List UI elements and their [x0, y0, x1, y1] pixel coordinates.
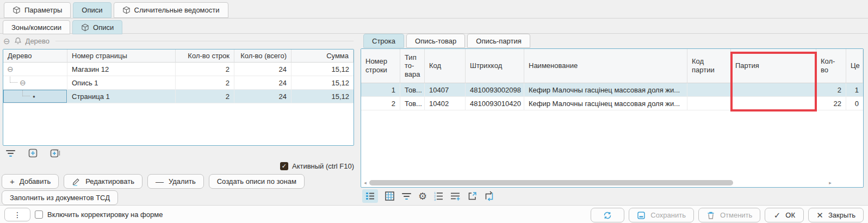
tree-node-cell[interactable]: ⊖ — [3, 76, 67, 90]
total-count-value: 24 — [234, 63, 292, 76]
filter-icon[interactable] — [401, 189, 412, 203]
col-page-number[interactable]: Номер страницы — [67, 49, 176, 63]
table-row[interactable]: 2 Тов... 10402 4810093010420 Кефир Малоч… — [361, 97, 863, 110]
numbered-list-icon[interactable]: 123 — [433, 189, 444, 203]
tab-zones-label: Зоны/комиссии — [11, 23, 61, 32]
line-number: 2 — [361, 97, 400, 110]
col-rows-count[interactable]: Кол-во строк — [176, 49, 234, 63]
tree-node-cell[interactable]: ⊖ — [3, 63, 67, 76]
batch — [731, 97, 816, 110]
settings-gear-icon[interactable]: ⚙ — [418, 190, 427, 203]
tab-inventory-goods-label: Опись-товар — [415, 37, 456, 45]
total-count-value: 24 — [234, 76, 292, 90]
list-view-icon[interactable] — [362, 189, 378, 203]
cancel-button[interactable]: Отменить — [698, 208, 760, 222]
total-count-value: 24 — [234, 90, 292, 103]
edit-button[interactable]: Редактировать — [64, 174, 142, 189]
code: 10407 — [425, 83, 466, 97]
minus-icon: — — [156, 177, 164, 185]
collapse-node-icon[interactable]: ⊖ — [7, 65, 14, 73]
correction-checkbox-label: Включить корректировку на форме — [47, 210, 163, 219]
correction-checkbox-row: Включить корректировку на форме — [35, 210, 163, 219]
tabstrip-divider — [0, 18, 868, 18]
scrollbar-thumb[interactable] — [369, 180, 733, 185]
lines-table-header: Номер строки Тип то-вара Код Штрихкод На… — [361, 49, 863, 83]
expand-node-icon[interactable] — [28, 148, 38, 158]
col-code[interactable]: Код — [425, 49, 466, 83]
fill-from-tsd-button[interactable]: Заполнить из документов ТСД — [2, 190, 118, 205]
active-checkbox-label: Активный (ctrl F10) — [292, 162, 354, 170]
scroll-right-icon[interactable]: ▸ — [827, 180, 833, 185]
col-line-number[interactable]: Номер строки — [361, 49, 400, 83]
active-checkbox[interactable]: ✓ — [280, 162, 288, 170]
tree-node-cell-focused[interactable]: ● — [3, 90, 67, 103]
lines-table: Номер строки Тип то-вара Код Штрихкод На… — [361, 48, 864, 188]
collapse-node-icon[interactable]: ⊖ — [20, 79, 26, 86]
price: 1 — [846, 83, 863, 97]
cube-icon — [122, 6, 131, 14]
check-icon: ✓ — [774, 211, 781, 219]
col-name[interactable]: Наименование — [524, 49, 687, 83]
tab-row[interactable]: Строка — [363, 34, 404, 48]
ok-button-label: ОК — [785, 211, 795, 219]
item-name: Кефир Малочны гасцінец массовая доля жи.… — [524, 97, 687, 110]
grid-view-icon[interactable] — [385, 189, 395, 203]
sum-value: 15,12 — [292, 90, 354, 103]
col-barcode[interactable]: Штрихкод — [466, 49, 524, 83]
code: 10402 — [425, 97, 466, 110]
reload-rows-icon[interactable] — [484, 189, 494, 203]
col-batch[interactable]: Партия — [731, 49, 816, 83]
col-batch-code[interactable]: Код партии — [687, 49, 731, 83]
tree-table-header: Дерево Номер страницы Кол-во строк Кол-в… — [3, 49, 354, 63]
cancel-button-label: Отменить — [720, 211, 752, 219]
scroll-left-icon[interactable]: ◂ — [362, 180, 368, 185]
col-total-count[interactable]: Кол-во (всего) — [234, 49, 292, 63]
add-rows-icon[interactable] — [450, 189, 461, 203]
lines-toolbar: ⚙ 123 — [362, 189, 494, 203]
open-external-icon[interactable] — [467, 189, 478, 203]
table-row-selected[interactable]: 1 Тов... 10407 4810093002098 Кефир Малоч… — [361, 83, 863, 97]
filter-icon[interactable] — [5, 148, 16, 158]
tab-zones-commissions[interactable]: Зоны/комиссии — [3, 20, 70, 34]
create-by-zones-button[interactable]: Создать описи по зонам — [209, 174, 305, 189]
tab-comparison-sheets[interactable]: Сличительные ведомости — [114, 2, 228, 18]
ok-button[interactable]: ✓ ОК — [765, 208, 804, 222]
col-item-type[interactable]: Тип то-вара — [400, 49, 425, 83]
save-button[interactable]: Сохранить — [629, 208, 694, 222]
menu-button[interactable]: ⋮ — [4, 208, 30, 221]
tab-inventory-batch[interactable]: Опись-партия — [467, 34, 530, 48]
refresh-button[interactable] — [591, 208, 624, 222]
close-button[interactable]: ✕ Закрыть — [808, 208, 864, 222]
col-tree[interactable]: Дерево — [3, 49, 67, 63]
table-row[interactable]: ⊖ Магазин 12 2 24 15,12 — [3, 63, 354, 76]
tree-table: Дерево Номер страницы Кол-во строк Кол-в… — [3, 49, 354, 146]
horizontal-scrollbar[interactable]: ◂ ▸ — [362, 179, 862, 186]
add-button-label: Добавить — [20, 177, 51, 185]
col-price[interactable]: Це — [846, 49, 863, 83]
refresh-icon — [603, 211, 612, 220]
add-button[interactable]: + Добавить — [2, 174, 59, 189]
collapse-group-icon[interactable]: ⊖ — [3, 37, 10, 45]
fill-from-tsd-label: Заполнить из документов ТСД — [10, 194, 110, 202]
tab-inventories[interactable]: Описи — [73, 2, 111, 18]
col-qty[interactable]: Кол-во — [816, 49, 846, 83]
tab-inventory-goods[interactable]: Опись-товар — [406, 34, 465, 48]
correction-checkbox[interactable] — [35, 210, 43, 219]
table-row-selected[interactable]: ● Страница 1 2 24 15,12 — [3, 90, 354, 103]
tab-parameters[interactable]: Параметры — [4, 2, 71, 18]
col-sum[interactable]: Сумма — [292, 49, 354, 63]
tab-sub-inventories[interactable]: Описи — [72, 20, 122, 34]
bell-icon[interactable] — [14, 37, 22, 45]
item-type: Тов... — [400, 83, 425, 97]
bottom-bar: ⋮ Включить корректировку на форме Сохран… — [0, 205, 868, 223]
barcode: 4810093002098 — [466, 83, 524, 97]
delete-button[interactable]: — Удалить — [147, 174, 204, 189]
cube-icon — [81, 23, 89, 32]
batch-code — [687, 97, 731, 110]
expand-all-icon[interactable] — [50, 148, 60, 158]
table-row[interactable]: ⊖ Опись 1 2 24 15,12 — [3, 76, 354, 90]
cube-icon — [13, 6, 21, 14]
plus-icon: + — [10, 177, 15, 185]
page-name: Страница 1 — [67, 90, 176, 103]
sum-value: 15,12 — [292, 63, 354, 76]
